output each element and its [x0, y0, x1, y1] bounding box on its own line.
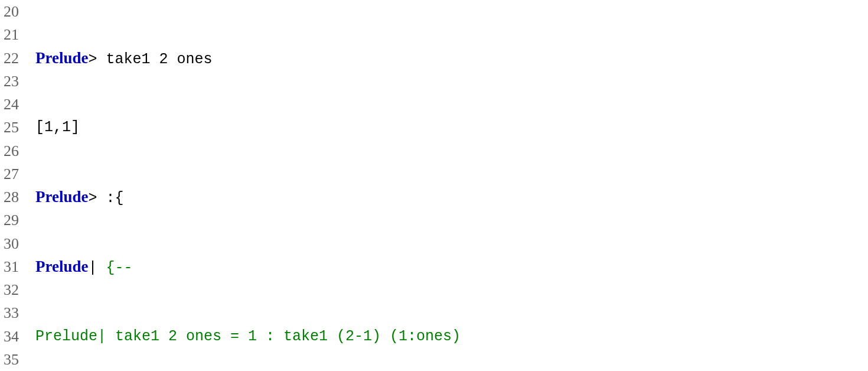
prompt-keyword: Prelude [35, 49, 89, 67]
code-text: > :{ [89, 190, 124, 207]
code-line: Prelude| take1 2 ones = 1 : take1 (2-1) … [35, 325, 868, 348]
comment-text: Prelude| take1 2 ones = 1 : take1 (2-1) … [35, 328, 461, 345]
line-number: 31 [4, 255, 35, 278]
line-number: 27 [4, 162, 35, 186]
code-block: 20 21 22 23 24 25 26 27 28 29 30 31 32 3… [0, 0, 868, 371]
line-number: 21 [4, 23, 35, 46]
line-number: 29 [4, 209, 35, 232]
line-number: 24 [4, 93, 35, 116]
line-number: 25 [4, 116, 35, 139]
line-number: 28 [4, 186, 35, 209]
prompt-keyword: Prelude [35, 188, 89, 206]
prompt-keyword: Prelude [35, 258, 89, 275]
line-number: 35 [4, 348, 35, 371]
comment-text: {-- [106, 259, 133, 276]
code-area: Prelude> take1 2 ones [1,1] Prelude> :{ … [35, 0, 868, 371]
code-line: Prelude| {-- [35, 255, 868, 278]
line-number: 22 [4, 47, 35, 70]
code-text: [1,1] [35, 119, 80, 136]
line-number: 34 [4, 325, 35, 348]
code-text: > take1 2 ones [89, 51, 213, 68]
line-number-gutter: 20 21 22 23 24 25 26 27 28 29 30 31 32 3… [0, 0, 35, 371]
code-line: [1,1] [35, 116, 868, 139]
line-number: 32 [4, 278, 35, 301]
line-number: 23 [4, 70, 35, 93]
code-line: Prelude> take1 2 ones [35, 47, 868, 70]
line-number: 30 [4, 232, 35, 255]
line-number: 33 [4, 301, 35, 324]
code-line: Prelude> :{ [35, 186, 868, 209]
code-text: | [89, 259, 106, 276]
line-number: 20 [4, 0, 35, 23]
line-number: 26 [4, 139, 35, 162]
